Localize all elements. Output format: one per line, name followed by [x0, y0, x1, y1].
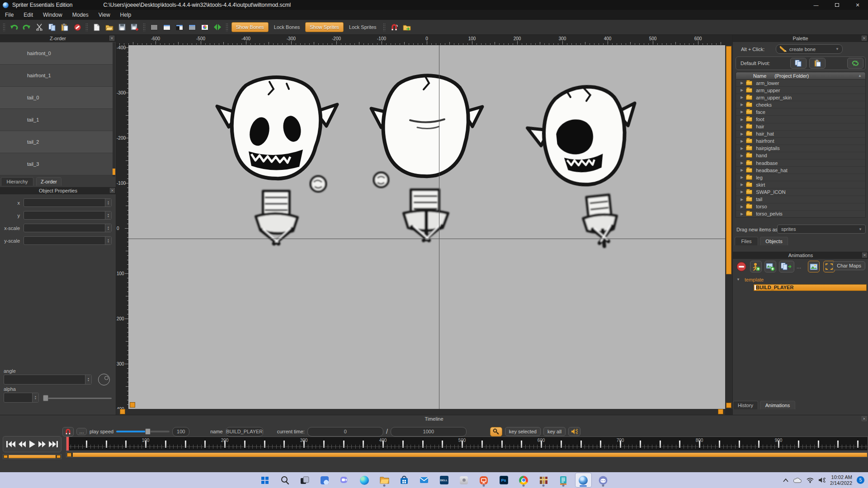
keyframe-marker[interactable] — [283, 440, 285, 448]
palette-folder-row[interactable]: ▶foot — [736, 116, 865, 123]
keyframe-marker[interactable] — [244, 440, 246, 448]
keyframe-marker[interactable] — [520, 440, 523, 448]
chevron-up-icon[interactable] — [783, 479, 788, 482]
spriter-taskbar-icon[interactable] — [576, 473, 591, 487]
window-color-icon[interactable] — [199, 21, 210, 33]
zorder-item[interactable]: tail_0 — [0, 87, 113, 109]
keyframe-marker[interactable] — [204, 440, 206, 448]
spinner[interactable]: ▲▼ — [105, 211, 111, 219]
tab-files[interactable]: Files — [735, 237, 758, 245]
show-sprites-toggle[interactable]: Show Sprites — [305, 22, 344, 32]
palette-folder-row[interactable]: ▶torso_pelvis — [736, 211, 865, 218]
window-split-icon[interactable] — [174, 21, 185, 33]
keyframe-marker[interactable] — [184, 440, 187, 448]
sprite-wilton-back[interactable] — [371, 75, 482, 240]
keyframe-marker[interactable] — [837, 440, 839, 448]
skip-to-end-button[interactable] — [48, 441, 58, 448]
palette-folder-row[interactable]: ▶leg — [736, 174, 865, 181]
keyframe-marker[interactable] — [817, 440, 820, 448]
x-scale-field[interactable]: ▲▼ — [24, 224, 112, 232]
y-field[interactable]: ▲▼ — [24, 211, 112, 220]
keyframe-marker[interactable] — [797, 440, 800, 448]
tab-zorder[interactable]: Z-order — [36, 177, 61, 186]
angle-dial[interactable] — [98, 374, 110, 385]
zorder-item[interactable]: tail_3 — [0, 153, 113, 175]
keyframe-marker[interactable] — [165, 440, 167, 448]
expand-arrow-icon[interactable]: ▶ — [741, 81, 743, 85]
snap-magnet-icon[interactable] — [62, 427, 74, 436]
drag-new-items-dropdown[interactable]: sprites ▼ — [777, 225, 866, 234]
expand-arrow-icon[interactable]: ▶ — [741, 95, 743, 99]
x-field[interactable]: ▲▼ — [24, 198, 112, 207]
tab-history[interactable]: History — [733, 401, 758, 409]
close-button[interactable]: ✕ — [847, 0, 868, 10]
window-light-icon[interactable] — [161, 21, 172, 33]
keyframe-marker[interactable] — [857, 440, 859, 448]
palette-folder-row[interactable]: ▶hair — [736, 123, 865, 131]
delete-animation-icon[interactable] — [736, 261, 747, 272]
sprite-wilton-side[interactable] — [524, 82, 649, 253]
speaker-icon[interactable] — [818, 477, 826, 483]
transport-scrollbar[interactable] — [3, 454, 61, 459]
keyframe-marker[interactable] — [441, 440, 443, 448]
onedrive-cloud-icon[interactable] — [793, 477, 802, 483]
total-time-field[interactable]: 1000 — [391, 427, 467, 436]
toolbar-grip[interactable] — [85, 23, 89, 31]
snap-magnet-icon[interactable] — [389, 21, 400, 33]
fit-view-icon[interactable] — [212, 21, 223, 33]
toolbar-grip[interactable] — [3, 23, 6, 31]
animation-row-selected[interactable]: BUILD_PLAYER — [754, 284, 867, 291]
toolbar-grip[interactable] — [383, 23, 386, 31]
redo-icon[interactable] — [21, 21, 32, 33]
keyframe-marker[interactable] — [125, 440, 127, 448]
speaker-icon[interactable] — [568, 427, 580, 436]
spinner[interactable]: ▲▼ — [105, 224, 111, 232]
canvas-viewport[interactable] — [128, 45, 725, 409]
palette-folder-row[interactable]: ▶arm_upper_skin — [736, 94, 865, 101]
save-as-icon[interactable] — [129, 21, 140, 33]
expand-arrow-icon[interactable]: ▶ — [741, 103, 743, 107]
animation-name-field[interactable]: BUILD_PLAYER — [226, 427, 264, 436]
palette-folder-row[interactable]: ▶headbase_hat — [736, 167, 865, 174]
open-folder-icon[interactable] — [104, 21, 115, 33]
canvas-horizontal-scrollbar[interactable] — [116, 409, 725, 415]
import-folder-icon[interactable] — [401, 21, 412, 33]
keyframe-marker[interactable] — [481, 440, 483, 448]
palette-folder-row[interactable]: ▶hair_hat — [736, 131, 865, 138]
expand-arrow-icon[interactable]: ▶ — [741, 197, 743, 202]
animation-group-row[interactable]: ▼ template — [733, 277, 868, 283]
keyframe-marker[interactable] — [85, 440, 88, 448]
keyframe-marker[interactable] — [323, 440, 325, 448]
close-icon[interactable]: ✕ — [862, 253, 867, 258]
lock-sprites-toggle[interactable]: Lock Sprites — [345, 24, 380, 30]
notepad-app-icon[interactable] — [556, 473, 571, 487]
keyframe-marker[interactable] — [264, 440, 266, 448]
play-speed-slider[interactable] — [116, 431, 170, 432]
dell-app-icon[interactable]: DELL — [436, 473, 452, 487]
minimize-button[interactable]: — — [806, 0, 826, 10]
widgets-icon[interactable] — [317, 473, 333, 487]
timeline-scrollbar[interactable] — [66, 452, 868, 457]
new-animation-icon[interactable] — [750, 261, 762, 272]
menu-edit[interactable]: Edit — [19, 10, 38, 20]
expand-arrow-icon[interactable]: ▶ — [741, 168, 743, 172]
paste-pivot-icon[interactable] — [809, 58, 826, 69]
expand-arrow-icon[interactable]: ▶ — [741, 205, 743, 209]
y-scale-field[interactable]: ▲▼ — [24, 236, 112, 245]
new-image-animation-icon[interactable] — [764, 261, 776, 272]
keyframe-marker[interactable] — [738, 440, 741, 448]
timeline-ruler[interactable]: 100200300400500600700800900 — [66, 436, 868, 451]
current-time-field[interactable]: 0 — [307, 427, 383, 436]
show-bones-toggle[interactable]: Show Bones — [231, 22, 269, 32]
keyframe-marker[interactable] — [758, 440, 760, 448]
canvas-scroll-corner[interactable] — [130, 402, 135, 408]
play-speed-value[interactable]: 100 — [172, 427, 189, 436]
toolbar-grip[interactable] — [143, 23, 146, 31]
key-selected-button[interactable]: key selected — [505, 427, 541, 436]
palette-folder-row[interactable]: ▶hairpigtails — [736, 145, 865, 152]
chrome-icon[interactable] — [516, 473, 532, 487]
keyframe-marker[interactable] — [718, 440, 721, 448]
next-key-button[interactable] — [38, 441, 46, 448]
keyframe-marker[interactable] — [679, 440, 681, 448]
close-icon[interactable]: ✕ — [862, 416, 867, 421]
